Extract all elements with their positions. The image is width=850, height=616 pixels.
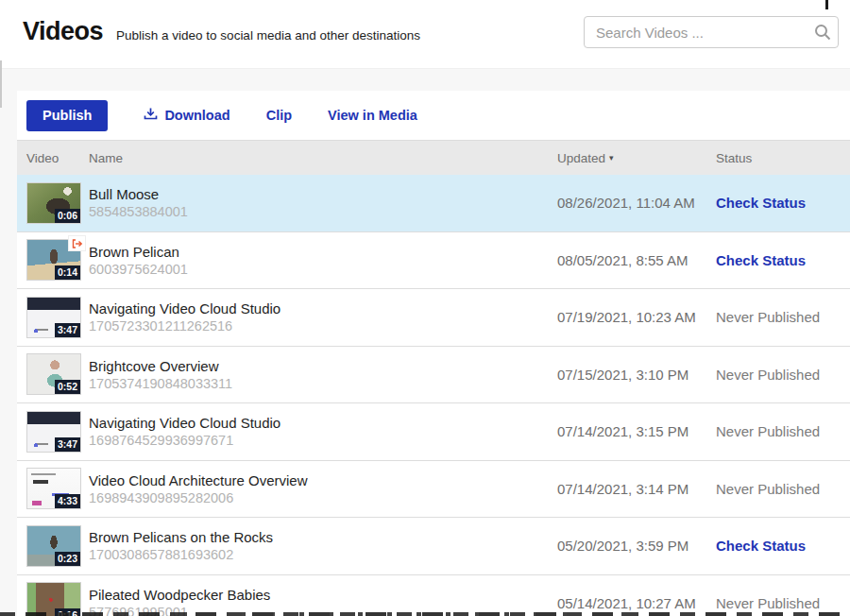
video-thumbnail-cell: 0:23 bbox=[26, 525, 89, 567]
video-duration-badge: 4:33 bbox=[55, 494, 80, 508]
check-status-link[interactable]: Check Status bbox=[716, 538, 850, 554]
video-duration-badge: 0:52 bbox=[55, 380, 80, 394]
left-edge-strip bbox=[0, 60, 2, 108]
video-thumbnail: 0:23 bbox=[26, 525, 81, 567]
video-name[interactable]: Bull Moose bbox=[89, 186, 557, 202]
video-updated: 05/14/2021, 10:27 AM bbox=[557, 595, 716, 611]
video-table-body: 0:06 Bull Moose 5854853884001 08/26/2021… bbox=[17, 175, 850, 616]
search-box[interactable] bbox=[584, 16, 839, 48]
video-id: 1698943909895282006 bbox=[89, 490, 557, 505]
video-thumbnail: 3:47 bbox=[26, 411, 81, 453]
table-row[interactable]: 3:47 Navigating Video Cloud Studio 17057… bbox=[17, 289, 850, 347]
video-thumbnail-cell: 0:06 bbox=[26, 182, 89, 224]
video-name[interactable]: Navigating Video Cloud Studio bbox=[89, 415, 557, 431]
video-name[interactable]: Brown Pelicans on the Rocks bbox=[89, 529, 557, 545]
video-status: Never Published bbox=[716, 309, 850, 325]
video-thumbnail: 0:14 bbox=[26, 239, 81, 281]
video-updated: 07/14/2021, 3:14 PM bbox=[557, 481, 716, 497]
video-name-cell: Pileated Woodpecker Babies 5776961995001 bbox=[89, 587, 557, 616]
video-thumbnail-cell: 0:16 bbox=[26, 582, 89, 616]
video-duration-badge: 0:06 bbox=[55, 209, 80, 223]
download-icon bbox=[144, 107, 158, 124]
topright-edge-mark bbox=[825, 0, 828, 9]
video-updated: 07/19/2021, 10:23 AM bbox=[557, 309, 716, 325]
video-name-cell: Brown Pelicans on the Rocks 170030865788… bbox=[89, 529, 557, 562]
table-row[interactable]: 0:23 Brown Pelicans on the Rocks 1700308… bbox=[17, 518, 850, 575]
page-header: Videos Publish a video to social media a… bbox=[0, 0, 850, 69]
table-row[interactable]: 3:47 Navigating Video Cloud Studio 16987… bbox=[17, 403, 850, 461]
column-header-status: Status bbox=[716, 151, 850, 165]
action-toolbar: Publish Download Clip View in Media bbox=[17, 91, 850, 140]
video-updated: 08/05/2021, 8:55 AM bbox=[557, 252, 716, 268]
video-duration-badge: 3:47 bbox=[55, 437, 80, 452]
search-icon[interactable] bbox=[808, 23, 838, 42]
video-thumbnail: 0:16 bbox=[26, 582, 81, 616]
clip-button[interactable]: Clip bbox=[266, 108, 292, 123]
video-name[interactable]: Video Cloud Architecture Overview bbox=[89, 472, 557, 488]
video-duration-badge: 3:47 bbox=[55, 323, 80, 337]
video-name-cell: Bull Moose 5854853884001 bbox=[89, 186, 557, 219]
video-updated: 08/26/2021, 11:04 AM bbox=[557, 195, 716, 211]
page-subtitle: Publish a video to social media and othe… bbox=[116, 28, 420, 43]
video-status: Never Published bbox=[716, 367, 850, 383]
video-id: 1698764529936997671 bbox=[89, 433, 557, 448]
video-name-cell: Brown Pelican 6003975624001 bbox=[89, 244, 557, 277]
video-name[interactable]: Brightcove Overview bbox=[89, 358, 557, 374]
view-in-media-button[interactable]: View in Media bbox=[328, 108, 417, 123]
video-updated: 07/15/2021, 3:10 PM bbox=[557, 367, 716, 383]
sort-desc-icon: ▾ bbox=[609, 154, 614, 163]
video-thumbnail-cell: 3:47 bbox=[26, 297, 89, 338]
column-header-updated[interactable]: Updated ▾ bbox=[557, 151, 716, 165]
videos-card: Publish Download Clip View in Media Vide… bbox=[17, 91, 850, 616]
table-row[interactable]: 0:16 Pileated Woodpecker Babies 57769619… bbox=[17, 575, 850, 616]
video-status: Never Published bbox=[716, 595, 850, 611]
table-row[interactable]: 0:14 Brown Pelican 6003975624001 08/05/2… bbox=[17, 232, 850, 290]
video-name-cell: Video Cloud Architecture Overview 169894… bbox=[89, 472, 557, 505]
check-status-link[interactable]: Check Status bbox=[716, 252, 850, 268]
column-header-video: Video bbox=[26, 151, 89, 165]
table-row[interactable]: 0:06 Bull Moose 5854853884001 08/26/2021… bbox=[17, 175, 850, 232]
video-id: 1705723301211262516 bbox=[89, 318, 557, 334]
video-thumbnail: 0:06 bbox=[26, 182, 81, 224]
title-wrap: Videos Publish a video to social media a… bbox=[23, 17, 420, 46]
videos-page: Videos Publish a video to social media a… bbox=[0, 0, 850, 616]
video-duration-badge: 0:23 bbox=[55, 552, 80, 566]
search-input[interactable] bbox=[585, 25, 808, 41]
table-row[interactable]: 0:52 Brightcove Overview 170537419084803… bbox=[17, 347, 850, 404]
video-thumbnail-cell: 0:14 bbox=[26, 239, 89, 281]
video-id: 1705374190848033311 bbox=[89, 376, 557, 391]
video-thumbnail-cell: 4:33 bbox=[26, 468, 89, 509]
table-row[interactable]: 4:33 Video Cloud Architecture Overview 1… bbox=[17, 461, 850, 519]
video-thumbnail: 3:47 bbox=[26, 297, 81, 338]
video-thumbnail: 0:52 bbox=[26, 353, 81, 395]
video-updated: 05/20/2021, 3:59 PM bbox=[557, 538, 716, 554]
publish-button[interactable]: Publish bbox=[26, 100, 108, 131]
video-updated: 07/14/2021, 3:15 PM bbox=[557, 423, 716, 439]
video-name-cell: Brightcove Overview 1705374190848033311 bbox=[89, 358, 557, 391]
video-status: Never Published bbox=[716, 481, 850, 497]
video-id: 5854853884001 bbox=[89, 204, 557, 219]
check-status-link[interactable]: Check Status bbox=[716, 195, 850, 211]
video-name[interactable]: Pileated Woodpecker Babies bbox=[89, 587, 557, 603]
video-thumbnail-cell: 0:52 bbox=[26, 353, 89, 395]
video-thumbnail: 4:33 bbox=[26, 468, 81, 509]
video-status: Never Published bbox=[716, 423, 850, 439]
video-id: 6003975624001 bbox=[89, 262, 557, 277]
video-duration-badge: 0:16 bbox=[55, 608, 80, 616]
column-header-name: Name bbox=[89, 151, 557, 165]
video-name-cell: Navigating Video Cloud Studio 1698764529… bbox=[89, 415, 557, 448]
video-duration-badge: 0:14 bbox=[55, 265, 80, 280]
video-name-cell: Navigating Video Cloud Studio 1705723301… bbox=[89, 300, 557, 334]
download-label: Download bbox=[164, 108, 230, 123]
video-thumbnail-cell: 3:47 bbox=[26, 411, 89, 453]
video-id: 5776961995001 bbox=[89, 605, 557, 616]
video-name[interactable]: Brown Pelican bbox=[89, 244, 557, 260]
external-share-icon bbox=[69, 236, 85, 250]
table-header-row: Video Name Updated ▾ Status bbox=[17, 140, 850, 175]
download-button[interactable]: Download bbox=[144, 107, 230, 124]
page-title: Videos bbox=[23, 17, 103, 46]
video-name[interactable]: Navigating Video Cloud Studio bbox=[89, 300, 557, 317]
video-id: 1700308657881693602 bbox=[89, 547, 557, 562]
